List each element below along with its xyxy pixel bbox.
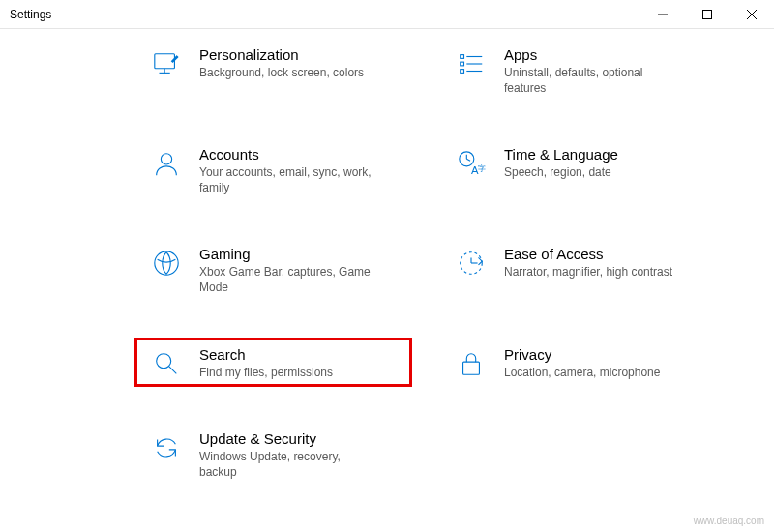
- svg-point-14: [161, 154, 171, 164]
- category-text: Search Find my files, permissions: [199, 346, 333, 381]
- search-icon: [151, 348, 182, 379]
- category-desc: Your accounts, email, sync, work, family: [199, 165, 373, 195]
- category-desc: Location, camera, microphone: [504, 366, 660, 381]
- settings-content: Personalization Background, lock screen,…: [0, 29, 774, 486]
- update-security-icon: [151, 432, 182, 463]
- minimize-button[interactable]: [640, 0, 685, 29]
- category-title: Apps: [504, 46, 678, 63]
- window-title: Settings: [10, 8, 51, 21]
- category-text: Accounts Your accounts, email, sync, wor…: [199, 146, 373, 195]
- category-desc: Background, lock screen, colors: [199, 66, 364, 81]
- category-desc: Find my files, permissions: [199, 366, 333, 381]
- category-text: Gaming Xbox Game Bar, captures, Game Mod…: [199, 246, 373, 295]
- category-update-security[interactable]: Update & Security Windows Update, recove…: [135, 423, 411, 486]
- maximize-button[interactable]: [685, 0, 729, 29]
- category-title: Time & Language: [504, 146, 618, 163]
- svg-line-17: [466, 160, 470, 162]
- category-title: Gaming: [199, 246, 373, 262]
- titlebar: Settings: [0, 0, 774, 29]
- category-title: Privacy: [504, 346, 660, 363]
- category-ease-of-access[interactable]: Ease of Access Narrator, magnifier, high…: [440, 238, 716, 301]
- category-desc: Uninstall, defaults, optional features: [504, 66, 678, 96]
- category-desc: Speech, region, date: [504, 165, 618, 181]
- personalization-icon: [151, 48, 182, 79]
- category-desc: Windows Update, recovery, backup: [199, 450, 373, 480]
- svg-point-24: [157, 353, 171, 368]
- privacy-icon: [456, 348, 487, 379]
- settings-grid: Personalization Background, lock screen,…: [135, 39, 716, 486]
- category-personalization[interactable]: Personalization Background, lock screen,…: [135, 39, 411, 102]
- svg-point-20: [155, 251, 178, 275]
- accounts-icon: [151, 148, 182, 179]
- category-title: Search: [199, 346, 333, 363]
- category-desc: Xbox Game Bar, captures, Game Mode: [199, 265, 373, 295]
- category-text: Apps Uninstall, defaults, optional featu…: [504, 46, 678, 96]
- close-button[interactable]: [729, 0, 774, 29]
- gaming-icon: [151, 248, 182, 279]
- svg-line-25: [169, 366, 177, 373]
- category-text: Update & Security Windows Update, recove…: [199, 430, 373, 480]
- category-text: Ease of Access Narrator, magnifier, high…: [504, 246, 672, 281]
- svg-text:字: 字: [478, 163, 486, 173]
- category-desc: Narrator, magnifier, high contrast: [504, 265, 672, 281]
- category-title: Accounts: [199, 146, 373, 163]
- category-title: Personalization: [199, 46, 364, 63]
- category-accounts[interactable]: Accounts Your accounts, email, sync, wor…: [135, 138, 411, 201]
- ease-of-access-icon: [456, 248, 487, 279]
- category-title: Update & Security: [199, 430, 373, 447]
- time-language-icon: A字: [456, 148, 487, 179]
- svg-rect-9: [461, 62, 464, 66]
- svg-rect-1: [703, 11, 712, 19]
- svg-rect-10: [461, 70, 464, 74]
- category-text: Time & Language Speech, region, date: [504, 146, 618, 181]
- category-title: Ease of Access: [504, 246, 672, 262]
- category-apps[interactable]: Apps Uninstall, defaults, optional featu…: [440, 39, 716, 102]
- category-privacy[interactable]: Privacy Location, camera, microphone: [440, 339, 716, 387]
- window-controls: [640, 0, 774, 28]
- category-time-language[interactable]: A字 Time & Language Speech, region, date: [440, 138, 716, 201]
- category-text: Privacy Location, camera, microphone: [504, 346, 660, 381]
- watermark: www.deuaq.com: [694, 516, 764, 526]
- svg-rect-26: [463, 362, 480, 374]
- category-search[interactable]: Search Find my files, permissions: [135, 339, 411, 387]
- category-gaming[interactable]: Gaming Xbox Game Bar, captures, Game Mod…: [135, 238, 411, 301]
- svg-rect-8: [461, 55, 464, 59]
- category-text: Personalization Background, lock screen,…: [199, 46, 364, 81]
- apps-icon: [456, 48, 487, 79]
